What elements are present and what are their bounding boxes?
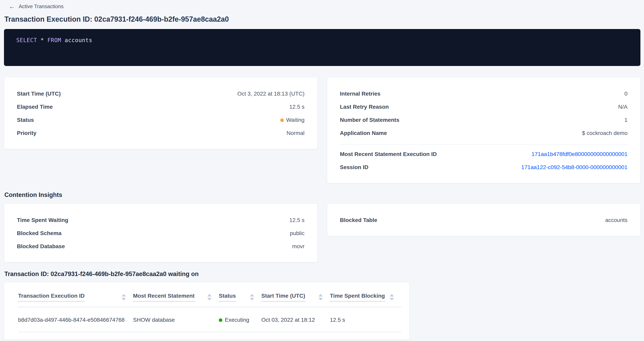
- status-badge: Waiting: [280, 117, 304, 123]
- row-value: public: [290, 230, 304, 237]
- waiting-on-table-card: Transaction Execution ID Most Recent Sta…: [4, 282, 409, 340]
- sort-icon[interactable]: [122, 294, 126, 301]
- contention-insights-heading: Contention Insights: [4, 191, 640, 199]
- session-id-link[interactable]: 171aa122-c092-54b8-0000-000000000001: [521, 164, 628, 170]
- row-value: accounts: [605, 217, 628, 223]
- row-label: Start Time (UTC): [17, 91, 61, 97]
- row-value: Normal: [286, 130, 304, 136]
- cell-most-recent-statement: SHOW database: [133, 307, 219, 332]
- column-header-start-time[interactable]: Start Time (UTC): [261, 282, 330, 307]
- row-label: Internal Retries: [340, 91, 380, 97]
- summary-row-status: Status Waiting: [17, 113, 304, 127]
- summary-row-number-of-statements: Number of Statements 1: [340, 113, 628, 127]
- contention-row-time-spent-waiting: Time Spent Waiting 12.5 s: [17, 214, 304, 227]
- sort-icon[interactable]: [250, 294, 254, 301]
- table-header-row: Transaction Execution ID Most Recent Sta…: [18, 282, 401, 307]
- row-value: 12.5 s: [290, 217, 304, 223]
- contention-row-blocked-table: Blocked Table accounts: [340, 214, 628, 227]
- page-title: Transaction Execution ID: 02ca7931-f246-…: [4, 15, 640, 23]
- waiting-status-dot-icon: [280, 118, 284, 122]
- transaction-summary-card: Start Time (UTC) Oct 3, 2022 at 18:13 (U…: [4, 77, 318, 149]
- column-header-label: Status: [219, 293, 236, 302]
- cell-status: Executing: [219, 307, 261, 332]
- sort-icon[interactable]: [390, 294, 394, 301]
- breadcrumb-label: Active Transactions: [19, 3, 64, 9]
- row-label: Most Recent Statement Execution ID: [340, 151, 437, 157]
- transaction-details-page: ← Active Transactions Transaction Execut…: [0, 0, 644, 340]
- row-value: $ cockroach demo: [582, 130, 628, 136]
- contention-row-blocked-database: Blocked Database movr: [17, 240, 304, 253]
- cell-transaction-execution-id: b8d7d03a-d497-446b-8474-e50846674768: [18, 307, 133, 332]
- row-label: Time Spent Waiting: [17, 217, 68, 223]
- waiting-on-heading: Transaction ID: 02ca7931-f246-469b-b2fe-…: [4, 270, 640, 278]
- waiting-on-table: Transaction Execution ID Most Recent Sta…: [18, 282, 401, 332]
- row-value: 1: [624, 117, 628, 123]
- cell-time-spent-blocking: 12.5 s: [330, 307, 401, 332]
- row-label: Blocked Database: [17, 243, 65, 250]
- contention-cards: Time Spent Waiting 12.5 s Blocked Schema…: [4, 204, 640, 262]
- statement-execution-id-link[interactable]: 171aa1b478fdf0e80000000000000001: [532, 151, 628, 157]
- sql-keyword: FROM: [47, 37, 61, 43]
- summary-row-priority: Priority Normal: [17, 127, 304, 140]
- executing-status-dot-icon: [219, 318, 222, 322]
- row-value: 0: [624, 91, 628, 97]
- row-label: Priority: [17, 130, 36, 136]
- row-label: Application Name: [340, 130, 387, 136]
- execution-details-card: Internal Retries 0 Last Retry Reason N/A…: [327, 77, 640, 183]
- column-header-label: Start Time (UTC): [261, 293, 305, 302]
- sql-table-name: accounts: [65, 37, 92, 43]
- row-label: Elapsed Time: [17, 104, 53, 110]
- row-label: Blocked Table: [340, 217, 377, 223]
- row-label: Number of Statements: [340, 117, 399, 123]
- summary-row-start-time: Start Time (UTC) Oct 3, 2022 at 18:13 (U…: [17, 87, 304, 100]
- back-to-active-transactions-link[interactable]: ← Active Transactions: [9, 2, 64, 10]
- row-label: Session ID: [340, 164, 368, 170]
- summary-row-elapsed-time: Elapsed Time 12.5 s: [17, 100, 304, 113]
- summary-row-statement-execution-id: Most Recent Statement Execution ID 171aa…: [340, 148, 628, 161]
- row-value: 12.5 s: [290, 104, 304, 110]
- summary-row-internal-retries: Internal Retries 0: [340, 87, 628, 100]
- summary-row-last-retry-reason: Last Retry Reason N/A: [340, 100, 628, 113]
- row-value: Oct 3, 2022 at 18:13 (UTC): [237, 91, 304, 97]
- sort-icon[interactable]: [318, 294, 323, 301]
- sql-asterisk: *: [40, 37, 44, 43]
- column-header-transaction-execution-id[interactable]: Transaction Execution ID: [18, 282, 133, 307]
- row-label: Status: [17, 117, 34, 123]
- row-value: N/A: [618, 104, 628, 110]
- sql-statement-box: SELECT * FROM accounts: [4, 29, 640, 66]
- back-arrow-icon: ←: [9, 3, 15, 9]
- column-header-label: Time Spent Blocking: [330, 293, 385, 302]
- table-row: b8d7d03a-d497-446b-8474-e50846674768 SHO…: [18, 307, 401, 332]
- card-divider: [340, 144, 628, 144]
- summary-row-session-id: Session ID 171aa122-c092-54b8-0000-00000…: [340, 161, 628, 174]
- sort-icon[interactable]: [207, 294, 212, 301]
- column-header-label: Most Recent Statement: [133, 293, 195, 302]
- row-value: movr: [292, 243, 304, 250]
- contention-row-blocked-schema: Blocked Schema public: [17, 227, 304, 240]
- summary-cards: Start Time (UTC) Oct 3, 2022 at 18:13 (U…: [4, 77, 640, 183]
- column-header-time-spent-blocking[interactable]: Time Spent Blocking: [330, 282, 401, 307]
- row-label: Blocked Schema: [17, 230, 62, 237]
- column-header-status[interactable]: Status: [219, 282, 261, 307]
- column-header-label: Transaction Execution ID: [18, 293, 85, 302]
- column-header-most-recent-statement[interactable]: Most Recent Statement: [133, 282, 219, 307]
- summary-row-application-name: Application Name $ cockroach demo: [340, 127, 628, 140]
- contention-details-card: Time Spent Waiting 12.5 s Blocked Schema…: [4, 204, 318, 262]
- row-label: Last Retry Reason: [340, 104, 389, 110]
- sql-keyword: SELECT: [16, 37, 37, 43]
- cell-start-time: Oct 03, 2022 at 18:12: [261, 307, 330, 332]
- blocked-table-card: Blocked Table accounts: [327, 204, 640, 236]
